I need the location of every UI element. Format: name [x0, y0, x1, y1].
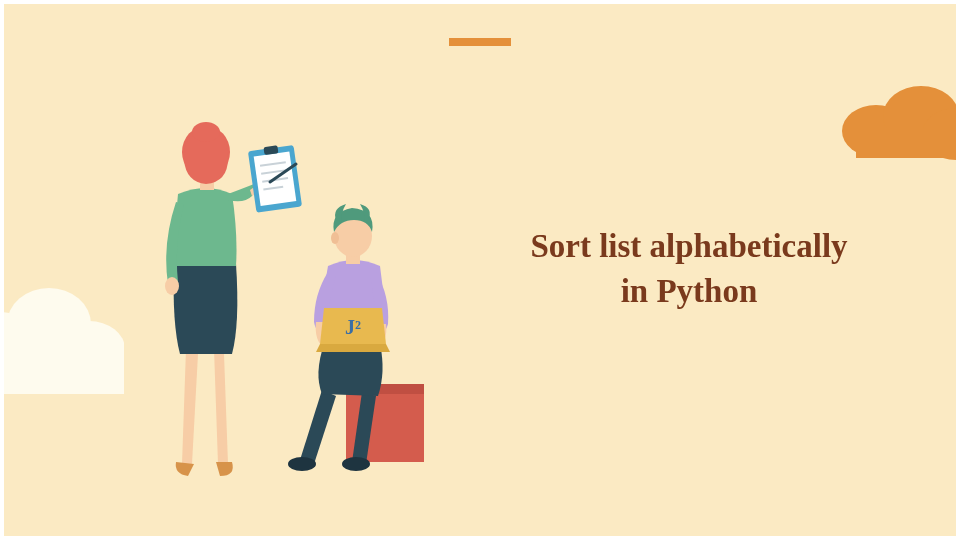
accent-bar — [449, 38, 511, 46]
svg-rect-7 — [4, 344, 124, 394]
page-title: Sort list alphabetically in Python — [474, 224, 904, 313]
woman-figure — [165, 122, 302, 476]
stage: Sort list alphabetically in Python — [0, 0, 960, 540]
title-line-1: Sort list alphabetically — [530, 228, 847, 264]
illustration: J² — [124, 104, 464, 504]
svg-point-20 — [288, 457, 316, 471]
cloud-right-icon — [836, 76, 956, 166]
svg-point-24 — [331, 232, 339, 244]
svg-point-8 — [165, 277, 179, 295]
svg-rect-3 — [856, 128, 956, 158]
title-line-2: in Python — [621, 273, 758, 309]
cloud-left-icon — [4, 274, 124, 394]
laptop-logo: J² — [345, 316, 361, 338]
svg-point-11 — [192, 122, 220, 142]
svg-point-21 — [342, 457, 370, 471]
canvas: Sort list alphabetically in Python — [4, 4, 956, 536]
